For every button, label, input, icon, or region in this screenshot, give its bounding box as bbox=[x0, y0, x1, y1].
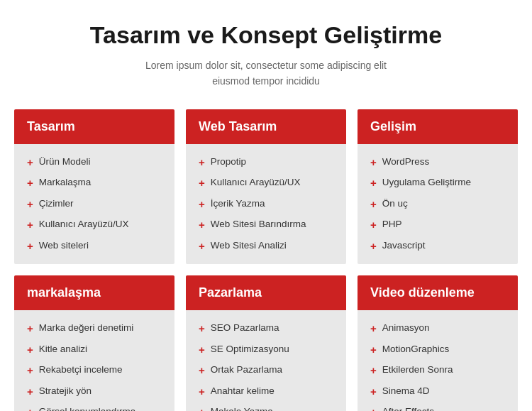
card-header-title-markalasma: markalaşma bbox=[27, 285, 101, 300]
plus-icon: + bbox=[370, 197, 377, 212]
cards-grid: Tasarım+Ürün Modeli+Markalaşma+Çizimler+… bbox=[14, 109, 518, 411]
page-container: Tasarım ve Konsept Geliştirme Lorem ipsu… bbox=[14, 21, 518, 411]
plus-icon: + bbox=[370, 322, 377, 336]
item-text: Web Sitesi Analizi bbox=[211, 239, 287, 253]
list-item: +Markalaşma bbox=[27, 176, 162, 190]
item-text: SE Optimizasyonu bbox=[211, 343, 289, 356]
list-item: +Ürün Modeli bbox=[27, 155, 162, 170]
plus-icon: + bbox=[27, 363, 33, 378]
list-item: +SE Optimizasyonu bbox=[199, 343, 333, 357]
plus-icon: + bbox=[27, 239, 33, 253]
list-item: +Çizimler bbox=[27, 197, 162, 212]
item-text: Sinema 4D bbox=[382, 385, 430, 398]
card-body-pazarlama: +SEO Pazarlama+SE Optimizasyonu+Ortak Pa… bbox=[186, 310, 346, 411]
plus-icon: + bbox=[370, 343, 377, 357]
card-header-tasarim: Tasarım bbox=[14, 109, 174, 144]
item-text: MotionGraphics bbox=[382, 343, 450, 356]
item-text: Kullanıcı Arayüzü/UX bbox=[39, 218, 129, 231]
plus-icon: + bbox=[199, 239, 205, 253]
card-body-web-tasarim: +Propotip+Kullanıcı Arayüzü/UX+İçerik Ya… bbox=[186, 144, 346, 265]
list-item: +Kitle analizi bbox=[27, 343, 162, 357]
item-text: Rekabetçi inceleme bbox=[39, 363, 123, 377]
plus-icon: + bbox=[27, 155, 33, 170]
plus-icon: + bbox=[27, 218, 33, 232]
plus-icon: + bbox=[27, 197, 33, 212]
item-text: Markalaşma bbox=[39, 176, 92, 190]
plus-icon: + bbox=[370, 385, 377, 399]
card-pazarlama: Pazarlama+SEO Pazarlama+SE Optimizasyonu… bbox=[186, 275, 346, 411]
list-item: +PHP bbox=[370, 218, 505, 232]
card-body-video-duzenleme: +Animasyon+MotionGraphics+Etkilerden Son… bbox=[358, 310, 518, 411]
list-item: +Marka değeri denetimi bbox=[27, 322, 162, 336]
list-item: +Web siteleri bbox=[27, 239, 162, 253]
card-body-tasarim: +Ürün Modeli+Markalaşma+Çizimler+Kullanı… bbox=[14, 144, 174, 265]
item-text: Ürün Modeli bbox=[39, 155, 91, 169]
plus-icon: + bbox=[199, 405, 205, 411]
card-gelisim: Gelişim+WordPress+Uygulama Geliştirme+Ön… bbox=[358, 109, 518, 265]
item-text: Ortak Pazarlama bbox=[211, 363, 282, 377]
plus-icon: + bbox=[199, 176, 205, 190]
item-text: Web Sitesi Barındırma bbox=[211, 218, 306, 231]
card-body-gelisim: +WordPress+Uygulama Geliştirme+Ön uç+PHP… bbox=[358, 144, 518, 265]
item-text: Kitle analizi bbox=[39, 343, 87, 356]
card-header-video-duzenleme: Video düzenleme bbox=[358, 275, 518, 310]
item-text: Görsel konumlandırma bbox=[39, 405, 136, 411]
card-header-pazarlama: Pazarlama bbox=[186, 275, 346, 310]
list-item: +Etkilerden Sonra bbox=[370, 363, 505, 378]
list-item: +Anahtar kelime bbox=[199, 385, 333, 399]
plus-icon: + bbox=[199, 385, 205, 399]
plus-icon: + bbox=[370, 176, 377, 190]
item-text: PHP bbox=[382, 218, 402, 231]
list-item: +After Effects bbox=[370, 405, 505, 411]
item-text: Stratejik yön bbox=[39, 385, 92, 398]
item-text: Anahtar kelime bbox=[211, 385, 275, 398]
plus-icon: + bbox=[199, 322, 205, 336]
card-web-tasarim: Web Tasarım+Propotip+Kullanıcı Arayüzü/U… bbox=[186, 109, 346, 265]
list-item: +Animasyon bbox=[370, 322, 505, 336]
list-item: +Propotip bbox=[199, 155, 333, 170]
list-item: +MotionGraphics bbox=[370, 343, 505, 357]
list-item: +Görsel konumlandırma bbox=[27, 405, 162, 411]
item-text: Uygulama Geliştirme bbox=[382, 176, 471, 190]
list-item: +Ön uç bbox=[370, 197, 505, 212]
item-text: SEO Pazarlama bbox=[211, 322, 279, 335]
list-item: +Kullanıcı Arayüzü/UX bbox=[27, 218, 162, 232]
plus-icon: + bbox=[199, 218, 205, 232]
plus-icon: + bbox=[370, 405, 377, 411]
plus-icon: + bbox=[27, 405, 33, 411]
card-header-title-pazarlama: Pazarlama bbox=[199, 285, 262, 300]
plus-icon: + bbox=[199, 343, 205, 357]
plus-icon: + bbox=[27, 322, 33, 336]
page-title: Tasarım ve Konsept Geliştirme bbox=[14, 21, 518, 49]
item-text: Makale Yazma bbox=[211, 405, 273, 411]
plus-icon: + bbox=[370, 239, 377, 253]
plus-icon: + bbox=[199, 197, 205, 212]
plus-icon: + bbox=[199, 363, 205, 378]
item-text: Web siteleri bbox=[39, 239, 89, 253]
list-item: +Web Sitesi Barındırma bbox=[199, 218, 333, 232]
list-item: +Sinema 4D bbox=[370, 385, 505, 399]
plus-icon: + bbox=[370, 155, 377, 170]
plus-icon: + bbox=[370, 363, 377, 378]
card-header-title-web-tasarim: Web Tasarım bbox=[199, 119, 277, 133]
plus-icon: + bbox=[199, 155, 205, 170]
item-text: Marka değeri denetimi bbox=[39, 322, 134, 335]
subtitle-line2: eiusmod tempor incididu bbox=[212, 75, 320, 87]
list-item: +SEO Pazarlama bbox=[199, 322, 333, 336]
list-item: +İçerik Yazma bbox=[199, 197, 333, 212]
subtitle-line1: Lorem ipsum dolor sit, consectetur some … bbox=[145, 60, 387, 71]
item-text: Ön uç bbox=[382, 197, 408, 211]
list-item: +WordPress bbox=[370, 155, 505, 170]
item-text: İçerik Yazma bbox=[211, 197, 265, 211]
plus-icon: + bbox=[27, 385, 33, 399]
list-item: +Stratejik yön bbox=[27, 385, 162, 399]
card-header-title-video-duzenleme: Video düzenleme bbox=[370, 285, 475, 300]
item-text: Etkilerden Sonra bbox=[382, 363, 453, 377]
list-item: +Ortak Pazarlama bbox=[199, 363, 333, 378]
card-tasarim: Tasarım+Ürün Modeli+Markalaşma+Çizimler+… bbox=[14, 109, 174, 265]
card-body-markalasma: +Marka değeri denetimi+Kitle analizi+Rek… bbox=[14, 310, 174, 411]
card-video-duzenleme: Video düzenleme+Animasyon+MotionGraphics… bbox=[358, 275, 518, 411]
list-item: +Kullanıcı Arayüzü/UX bbox=[199, 176, 333, 190]
page-subtitle: Lorem ipsum dolor sit, consectetur some … bbox=[14, 57, 518, 89]
item-text: Propotip bbox=[211, 155, 246, 169]
